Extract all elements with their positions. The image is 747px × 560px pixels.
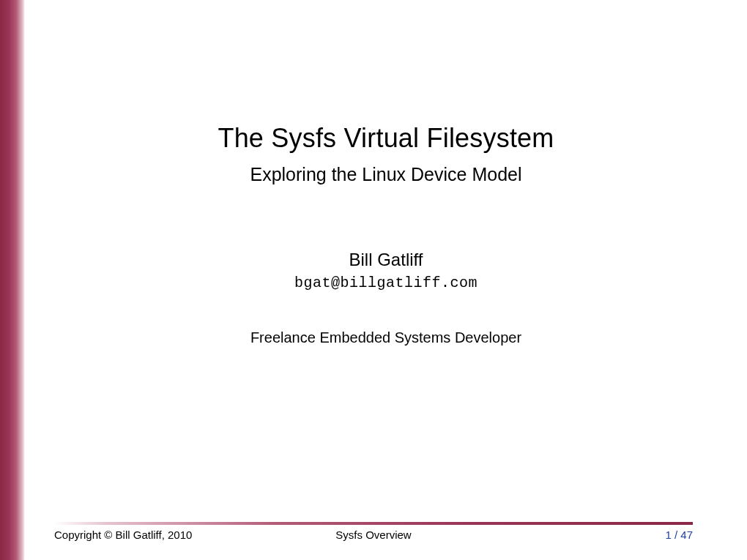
author-email: bgat@billgatliff.com bbox=[25, 275, 747, 291]
slide-content: The Sysfs Virtual Filesystem Exploring t… bbox=[25, 0, 747, 560]
footer-copyright: Copyright © Bill Gatliff, 2010 bbox=[54, 529, 267, 541]
slide-subtitle: Exploring the Linux Device Model bbox=[25, 164, 747, 185]
author-name: Bill Gatliff bbox=[25, 250, 747, 270]
footer-page-number: 1 / 47 bbox=[480, 529, 693, 541]
slide-title: The Sysfs Virtual Filesystem bbox=[25, 123, 747, 154]
footer-section: Sysfs Overview bbox=[267, 529, 480, 541]
sidebar-gradient bbox=[0, 0, 25, 560]
author-role: Freelance Embedded Systems Developer bbox=[25, 329, 747, 346]
slide-footer: Copyright © Bill Gatliff, 2010 Sysfs Ove… bbox=[54, 516, 693, 542]
